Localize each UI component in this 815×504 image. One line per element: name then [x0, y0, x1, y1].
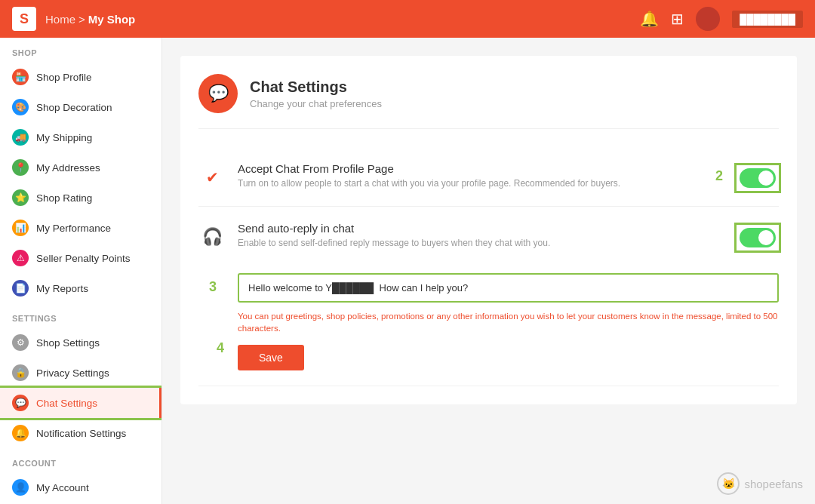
annotation-3: 3	[209, 279, 217, 295]
save-button-wrapper: 4 Save	[238, 334, 304, 370]
accept-chat-toggle-track	[740, 168, 776, 188]
sidebar: SHOP 🏪 Shop Profile 🎨 Shop Decoration 🚚 …	[0, 38, 162, 504]
sidebar-label-seller-penalty: Seller Penalty Points	[36, 253, 131, 264]
sidebar-section-shop: SHOP	[0, 38, 161, 62]
accept-chat-toggle[interactable]	[740, 168, 776, 188]
autoreply-toggle-thumb	[758, 230, 773, 245]
chat-settings-icon: 💬	[12, 395, 29, 411]
notification-settings-icon: 🔔	[12, 425, 29, 441]
sidebar-label-chat-settings: Chat Settings	[36, 398, 97, 409]
sidebar-label-shop-rating: Shop Rating	[36, 192, 92, 204]
avatar[interactable]	[696, 7, 720, 31]
autoreply-row-top: 🎧 Send auto-reply in chat Enable to send…	[198, 222, 779, 250]
sidebar-item-shop-profile[interactable]: 🏪 Shop Profile	[0, 62, 161, 92]
content-card: 💬 Chat Settings Change your chat prefere…	[180, 56, 797, 404]
sidebar-item-shop-settings[interactable]: ⚙ Shop Settings	[0, 327, 161, 358]
shop-rating-icon: ⭐	[12, 189, 29, 206]
autoreply-content: Send auto-reply in chat Enable to send s…	[238, 222, 724, 248]
autoreply-text-input[interactable]: Hello welcome to Y██████ How can I help …	[238, 273, 779, 303]
layout: SHOP 🏪 Shop Profile 🎨 Shop Decoration 🚚 …	[0, 38, 815, 504]
privacy-settings-icon: 🔒	[12, 364, 29, 381]
sidebar-item-my-addresses[interactable]: 📍 My Addresses	[0, 152, 161, 183]
autoreply-icon: 🎧	[198, 223, 226, 250]
sidebar-item-privacy-settings[interactable]: 🔒 Privacy Settings	[0, 358, 161, 388]
grid-icon[interactable]: ⊞	[671, 10, 684, 28]
my-account-icon: 👤	[12, 479, 29, 496]
sidebar-label-my-shipping: My Shipping	[36, 132, 92, 143]
my-performance-icon: 📊	[12, 220, 29, 236]
sidebar-label-privacy-settings: Privacy Settings	[36, 367, 109, 379]
username-display[interactable]: ████████	[732, 11, 803, 28]
save-button[interactable]: Save	[238, 345, 304, 370]
sidebar-label-shop-settings: Shop Settings	[36, 337, 100, 349]
chat-settings-header-icon: 💬	[198, 74, 238, 113]
shop-profile-icon: 🏪	[12, 69, 29, 85]
sidebar-item-my-reports[interactable]: 📄 My Reports	[0, 273, 161, 303]
my-shipping-icon: 🚚	[12, 129, 29, 146]
header-icons: 🔔 ⊞ ████████	[640, 7, 803, 31]
autoreply-toggle[interactable]	[740, 228, 776, 247]
breadcrumb-separator: >	[78, 13, 85, 26]
sidebar-label-my-addresses: My Addresses	[36, 162, 100, 174]
sidebar-item-my-shipping[interactable]: 🚚 My Shipping	[0, 122, 161, 152]
sidebar-label-shop-decoration: Shop Decoration	[36, 102, 112, 113]
breadcrumb-current: My Shop	[88, 13, 136, 26]
shop-decoration-icon: 🎨	[12, 99, 29, 115]
shop-settings-icon: ⚙	[12, 334, 29, 351]
autoreply-hint: You can put greetings, shop policies, pr…	[238, 310, 779, 334]
seller-penalty-icon: ⚠	[12, 250, 29, 266]
autoreply-toggle-wrapper	[737, 225, 779, 250]
autoreply-toggle-track	[740, 228, 776, 247]
sidebar-item-my-account[interactable]: 👤 My Account	[0, 472, 161, 502]
breadcrumb: Home > My Shop	[45, 13, 135, 26]
page-subtitle: Change your chat preferences	[250, 98, 382, 109]
accept-chat-description: Turn on to allow people to start a chat …	[238, 178, 724, 189]
chat-settings-header: 💬 Chat Settings Change your chat prefere…	[198, 74, 779, 129]
autoreply-title: Send auto-reply in chat	[238, 222, 724, 235]
sidebar-label-notification-settings: Notification Settings	[36, 428, 126, 439]
sidebar-item-shop-rating[interactable]: ⭐ Shop Rating	[0, 183, 161, 213]
sidebar-label-my-performance: My Performance	[36, 223, 111, 234]
page-title: Chat Settings	[250, 78, 382, 96]
sidebar-label-my-reports: My Reports	[36, 283, 88, 294]
sidebar-item-my-performance[interactable]: 📊 My Performance	[0, 213, 161, 243]
shopee-logo[interactable]: S	[12, 7, 36, 31]
accept-chat-content: Accept Chat From Profile Page Turn on to…	[238, 162, 724, 189]
autoreply-row: 🎧 Send auto-reply in chat Enable to send…	[198, 207, 779, 386]
sidebar-section-account: ACCOUNT	[0, 448, 161, 472]
sidebar-item-notification-settings[interactable]: 🔔 Notification Settings	[0, 418, 161, 448]
watermark-icon: 🐱	[717, 472, 740, 495]
sidebar-label-my-account: My Account	[36, 482, 89, 493]
bell-icon[interactable]: 🔔	[640, 10, 659, 28]
watermark-text: shopeefans	[744, 478, 803, 490]
accept-chat-row: ✔ Accept Chat From Profile Page Turn on …	[198, 147, 779, 207]
accept-chat-toggle-wrapper: 2	[737, 165, 779, 191]
accept-chat-toggle-thumb	[758, 171, 773, 186]
main-content: 💬 Chat Settings Change your chat prefere…	[162, 38, 815, 504]
header: S Home > My Shop 🔔 ⊞ ████████	[0, 0, 815, 38]
sidebar-label-shop-profile: Shop Profile	[36, 72, 92, 83]
breadcrumb-home[interactable]: Home	[45, 13, 75, 26]
sidebar-item-chat-settings[interactable]: 💬 Chat Settings 1	[0, 388, 161, 418]
my-reports-icon: 📄	[12, 280, 29, 297]
chat-settings-header-text: Chat Settings Change your chat preferenc…	[250, 78, 382, 109]
sidebar-item-seller-penalty[interactable]: ⚠ Seller Penalty Points	[0, 243, 161, 273]
sidebar-item-shop-decoration[interactable]: 🎨 Shop Decoration	[0, 92, 161, 122]
accept-chat-title: Accept Chat From Profile Page	[238, 162, 724, 175]
annotation-2: 2	[715, 168, 723, 184]
accept-chat-icon: ✔	[198, 164, 226, 191]
autoreply-description: Enable to send self-defined reply messag…	[238, 238, 724, 248]
watermark: 🐱 shopeefans	[717, 472, 803, 495]
sidebar-section-settings: SETTINGS	[0, 303, 161, 327]
annotation-4: 4	[217, 340, 224, 356]
autoreply-input-section: 3 Hello welcome to Y██████ How can I hel…	[198, 273, 779, 370]
my-addresses-icon: 📍	[12, 159, 29, 176]
